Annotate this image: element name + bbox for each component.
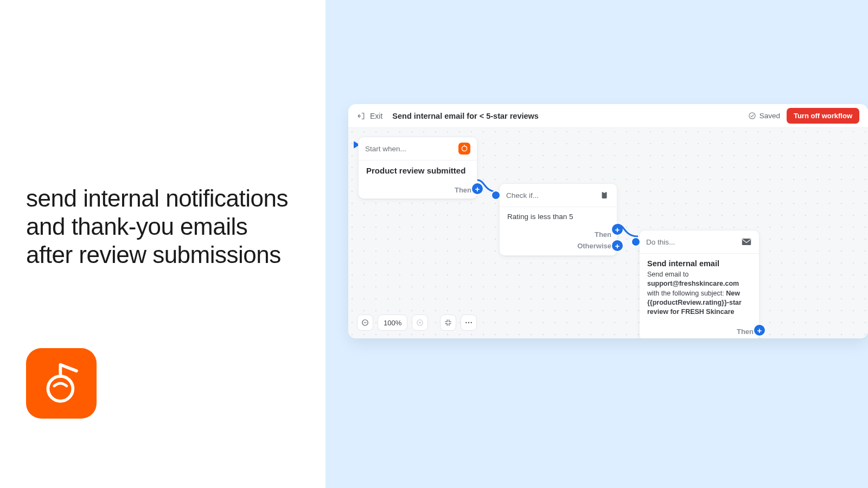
add-step-button[interactable]: +	[472, 183, 483, 194]
condition-head: Check if...	[500, 184, 617, 207]
check-circle-icon	[748, 112, 756, 120]
action-node[interactable]: Do this... Send internal email Send emai…	[639, 230, 760, 338]
exit-icon	[357, 112, 366, 120]
add-step-button[interactable]: +	[754, 325, 765, 336]
trigger-body: Product review submitted	[359, 160, 477, 182]
svg-point-10	[471, 322, 472, 323]
svg-rect-5	[742, 239, 751, 245]
condition-node[interactable]: Check if... Rating is less than 5 Then +…	[499, 183, 617, 256]
svg-point-0	[48, 376, 73, 401]
condition-body: Rating is less than 5	[500, 207, 617, 227]
mail-icon	[741, 236, 752, 248]
svg-point-8	[465, 322, 467, 323]
svg-rect-4	[603, 191, 606, 193]
otherwise-label: Otherwise	[577, 242, 611, 250]
collapse-icon	[444, 319, 452, 326]
workflow-canvas[interactable]: Start when... Product review submitted T…	[348, 128, 868, 338]
saved-label: Saved	[760, 112, 780, 120]
trigger-footer: Then +	[359, 182, 477, 198]
app-preview-panel: Exit Send internal email for < 5-star re…	[326, 0, 868, 488]
editor-header: Exit Send internal email for < 5-star re…	[348, 104, 868, 128]
then-label: Then	[595, 230, 611, 239]
action-head-label: Do this...	[646, 238, 675, 246]
more-options-button[interactable]	[461, 314, 477, 331]
action-desc-mid: with the following subject:	[647, 290, 726, 297]
minus-circle-icon	[361, 319, 369, 326]
marketing-panel: send internal notifications and thank-yo…	[0, 0, 326, 488]
app-badge-icon	[458, 143, 470, 155]
add-then-button[interactable]: +	[612, 224, 623, 235]
then-label: Then	[737, 328, 754, 336]
condition-head-label: Check if...	[506, 191, 539, 200]
condition-footer: Then + Otherwise +	[500, 227, 617, 255]
exit-label: Exit	[370, 112, 382, 120]
headline-text: send internal notifications and thank-yo…	[26, 184, 299, 269]
unicorn-icon	[39, 361, 84, 406]
trigger-head: Start when...	[359, 137, 477, 160]
fit-view-button[interactable]	[440, 314, 456, 331]
exit-button[interactable]: Exit	[357, 112, 382, 120]
input-port-icon	[632, 238, 640, 246]
saved-status: Saved	[748, 112, 780, 120]
add-otherwise-button[interactable]: +	[612, 240, 623, 251]
zoom-in-button[interactable]	[412, 314, 428, 331]
zoom-percent[interactable]: 100%	[378, 314, 407, 331]
trigger-head-label: Start when...	[365, 145, 406, 153]
action-body: Send internal email Send email to suppor…	[640, 253, 759, 323]
turn-off-workflow-button[interactable]: Turn off workflow	[787, 108, 859, 124]
svg-point-9	[468, 322, 469, 323]
action-desc-email: support@freshskincare.com	[647, 280, 739, 287]
action-footer: Then +	[640, 323, 759, 338]
action-description: Send email to support@freshskincare.com …	[647, 270, 751, 317]
svg-rect-3	[602, 192, 607, 198]
zoom-toolbar: 100%	[357, 314, 477, 331]
then-label: Then	[455, 186, 471, 194]
input-port-icon	[492, 191, 500, 199]
action-head: Do this...	[640, 230, 759, 253]
brand-logo	[26, 348, 97, 419]
plus-circle-icon	[416, 319, 424, 326]
action-title: Send internal email	[647, 259, 751, 268]
zoom-out-button[interactable]	[357, 314, 373, 331]
dots-icon	[465, 322, 473, 324]
action-desc-prefix: Send email to	[647, 271, 688, 278]
clipboard-icon	[598, 189, 610, 201]
trigger-node[interactable]: Start when... Product review submitted T…	[358, 137, 477, 199]
workflow-editor-window: Exit Send internal email for < 5-star re…	[348, 104, 868, 338]
workflow-title: Send internal email for < 5-star reviews	[392, 112, 539, 120]
